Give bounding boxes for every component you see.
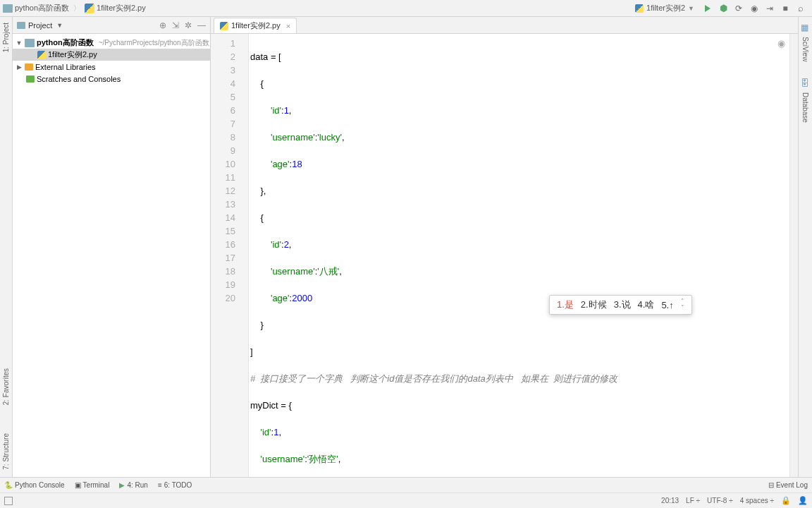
library-icon <box>25 64 33 71</box>
breadcrumb: python高阶函数 〉 1filter实例2.py <box>3 3 632 13</box>
folder-icon <box>3 4 13 13</box>
tree-root-path: ~/PycharmProjects/python高阶函数 <box>99 38 209 48</box>
editor-tabs: 1filter实例2.py × <box>211 17 798 34</box>
chevron-down-icon: ▼ <box>56 22 63 29</box>
right-tool-rail: ▦ SciView 🗄 Database <box>798 17 812 491</box>
code-area[interactable]: data = [ { 'id':1, 'username':'lucky', '… <box>249 34 789 491</box>
project-tool-window: Project ▼ ⊕ ⇲ ✲ — python高阶函数 ~/PycharmPr… <box>13 17 211 491</box>
ime-candidate-1[interactable]: 1.是 <box>557 298 574 311</box>
tree-root[interactable]: python高阶函数 ~/PycharmProjects/python高阶函数 <box>13 37 210 49</box>
attach-button[interactable]: ⇥ <box>764 3 775 14</box>
ime-candidate-4[interactable]: 4.啥 <box>638 298 655 311</box>
event-log-icon: ⊟ <box>768 481 774 489</box>
toolbar-right: 1filter实例2 ▼ ⬢ ⟳ ◉ ⇥ ■ ⌕ <box>632 1 809 15</box>
expand-arrow-icon[interactable] <box>16 64 23 71</box>
dropdown-icon: ▼ <box>688 5 694 12</box>
scratches-icon <box>26 75 35 83</box>
bottom-tool-buttons: 🐍Python Console ▣Terminal ▶4: Run ≡6: TO… <box>0 477 812 492</box>
ime-pager[interactable]: ˄˅ <box>681 298 684 311</box>
editor-area: 1filter实例2.py × 123456789101112131415161… <box>211 17 798 491</box>
run-button[interactable] <box>702 3 713 14</box>
status-bar: 20:13 LF ÷ UTF-8 ÷ 4 spaces ÷ 🔒 👤 <box>0 492 812 508</box>
python-file-icon <box>635 4 644 13</box>
ime-candidate-5[interactable]: 5.↑ <box>661 300 673 310</box>
ime-candidate-3[interactable]: 3.说 <box>614 298 631 311</box>
settings-icon[interactable]: ✲ <box>185 20 192 30</box>
tree-scratches[interactable]: Scratches and Consoles <box>13 73 210 85</box>
project-toolbar: ⊕ ⇲ ✲ — <box>159 20 206 30</box>
breadcrumb-project-label: python高阶函数 <box>15 3 69 13</box>
editor-scrollbar[interactable] <box>789 34 798 491</box>
read-only-icon[interactable]: 🔒 <box>781 496 791 505</box>
reader-mode-icon[interactable]: ◉ <box>777 37 785 50</box>
line-number-gutter: 1234567891011121314151617181920 <box>211 34 249 491</box>
todo-button[interactable]: ≡6: TODO <box>158 481 192 489</box>
debug-button[interactable]: ⬢ <box>718 3 729 14</box>
play-icon <box>705 5 710 12</box>
sciview-tool-button[interactable]: SciView <box>801 37 809 61</box>
project-header-label: Project <box>28 21 52 30</box>
database-icon[interactable]: 🗄 <box>801 78 811 88</box>
tree-external-label: External Libraries <box>35 63 96 71</box>
hide-icon[interactable]: — <box>197 20 206 30</box>
line-separator[interactable]: LF ÷ <box>686 497 700 504</box>
event-log-button[interactable]: ⊟Event Log <box>768 481 808 489</box>
top-navigation-bar: python高阶函数 〉 1filter实例2.py 1filter实例2 ▼ … <box>0 0 812 17</box>
collapse-icon[interactable]: ⇲ <box>172 20 179 30</box>
python-console-icon: 🐍 <box>4 481 13 489</box>
tool-windows-icon[interactable] <box>4 497 13 505</box>
folder-icon <box>17 22 25 29</box>
sciview-icon[interactable]: ▦ <box>801 23 811 32</box>
tree-root-label: python高阶函数 <box>37 37 94 48</box>
run-config-label: 1filter实例2 <box>646 3 685 13</box>
ime-candidate-2[interactable]: 2.时候 <box>581 298 607 311</box>
project-tool-button[interactable]: 1: Project <box>2 23 10 52</box>
play-icon: ▶ <box>119 481 125 489</box>
run-configuration-selector[interactable]: 1filter实例2 ▼ <box>632 1 698 15</box>
todo-icon: ≡ <box>158 481 162 489</box>
terminal-button[interactable]: ▣Terminal <box>75 481 110 489</box>
project-tree[interactable]: python高阶函数 ~/PycharmProjects/python高阶函数 … <box>13 34 210 87</box>
chevron-down-icon[interactable]: ˅ <box>681 305 684 311</box>
favorites-tool-button[interactable]: 2: Favorites <box>2 368 10 405</box>
editor-tab-active[interactable]: 1filter实例2.py × <box>214 18 297 33</box>
python-file-icon <box>85 4 94 13</box>
breadcrumb-file[interactable]: 1filter实例2.py <box>85 3 146 13</box>
memory-indicator-icon[interactable]: 👤 <box>798 496 808 505</box>
run-tool-button[interactable]: ▶4: Run <box>119 481 147 489</box>
python-file-icon <box>220 22 228 30</box>
expand-arrow-icon[interactable] <box>16 40 23 47</box>
indent-settings[interactable]: 4 spaces ÷ <box>740 497 774 504</box>
search-button[interactable]: ⌕ <box>795 3 806 14</box>
tree-file-item[interactable]: 1filter实例2.py <box>13 49 210 61</box>
database-tool-button[interactable]: Database <box>801 92 809 123</box>
locate-icon[interactable]: ⊕ <box>159 20 166 30</box>
left-tool-rail: 1: Project 2: Favorites 7: Structure <box>0 17 13 491</box>
tree-file-label: 1filter实例2.py <box>48 49 97 60</box>
project-header: Project ▼ ⊕ ⇲ ✲ — <box>13 17 210 34</box>
terminal-icon: ▣ <box>75 481 81 489</box>
editor-tab-label: 1filter实例2.py <box>231 20 281 31</box>
editor-content[interactable]: 1234567891011121314151617181920 data = [… <box>211 34 798 491</box>
folder-icon <box>25 39 35 47</box>
file-encoding[interactable]: UTF-8 ÷ <box>707 497 733 504</box>
ime-candidate-popup[interactable]: 1.是 2.时候 3.说 4.啥 5.↑ ˄˅ <box>549 295 692 315</box>
run-with-coverage-button[interactable]: ⟳ <box>733 3 744 14</box>
chevron-right-icon: 〉 <box>73 4 80 13</box>
python-file-icon <box>37 51 46 59</box>
structure-tool-button[interactable]: 7: Structure <box>2 433 10 470</box>
profile-button[interactable]: ◉ <box>749 3 760 14</box>
caret-position[interactable]: 20:13 <box>661 497 679 504</box>
breadcrumb-file-label: 1filter实例2.py <box>97 3 146 13</box>
tree-external-libraries[interactable]: External Libraries <box>13 61 210 73</box>
breadcrumb-project[interactable]: python高阶函数 <box>3 3 69 13</box>
stop-button[interactable]: ■ <box>780 3 791 14</box>
python-console-button[interactable]: 🐍Python Console <box>4 481 65 489</box>
main-area: 1: Project 2: Favorites 7: Structure Pro… <box>0 17 812 491</box>
tree-scratches-label: Scratches and Consoles <box>37 75 121 83</box>
close-tab-icon[interactable]: × <box>286 22 290 30</box>
project-view-selector[interactable]: Project ▼ <box>17 21 159 30</box>
